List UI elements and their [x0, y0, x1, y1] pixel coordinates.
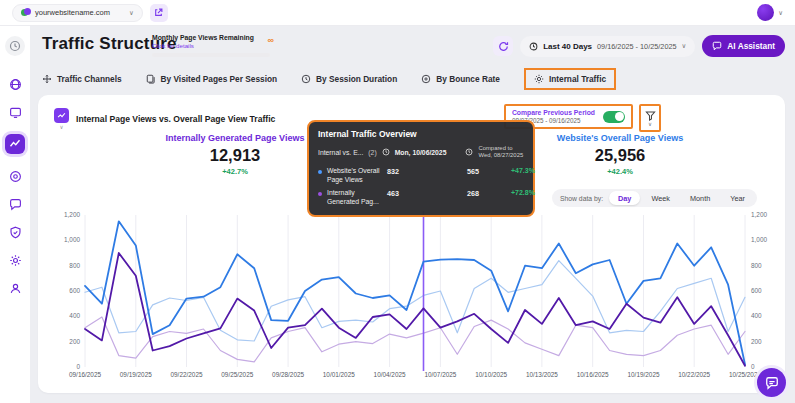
granularity-month[interactable]: Month — [681, 191, 719, 205]
x-tick-label: 10/13/2025 — [526, 371, 558, 378]
topbar: yourwebsitename.com ∨ ∨ — [0, 0, 795, 26]
tooltip-row: Website's Overall Page Views 832 565 +47… — [318, 167, 524, 185]
chart-tooltip: Internal Traffic Overview Internal vs. E… — [307, 120, 535, 217]
y-tick-label: 400 — [749, 312, 781, 319]
tooltip-header: Internal vs. E... (2) Mon, 10/06/2025 Co… — [318, 145, 524, 160]
card-title-row: ∨ Internal Page Views vs. Overall Page V… — [54, 108, 275, 130]
sidebar-item-traffic[interactable] — [5, 134, 25, 154]
user-menu[interactable]: ∨ — [757, 4, 783, 21]
y-tick-label: 1,200 — [42, 211, 80, 218]
sidebar-item-account[interactable] — [5, 278, 25, 298]
x-tick-label: 09/25/2025 — [221, 371, 253, 378]
tab-visited-pages-per-session[interactable]: By Visited Pages Per Session — [146, 74, 278, 84]
ai-assistant-button[interactable]: AI Assistant — [702, 35, 785, 57]
x-tick-label: 10/10/2025 — [475, 371, 507, 378]
support-chat-button[interactable] — [757, 368, 786, 397]
card-title: Internal Page Views vs. Overall Page Vie… — [76, 114, 275, 124]
chart-widget-icon[interactable] — [54, 108, 69, 123]
tooltip-row: Internally Generated Pag... 463 268 +72.… — [318, 189, 524, 207]
range-label: Last 40 Days — [543, 42, 592, 51]
target-icon — [421, 74, 431, 84]
tab-internal-traffic[interactable]: Internal Traffic — [524, 68, 616, 90]
clock-icon — [529, 42, 538, 51]
traffic-chart-svg — [85, 215, 745, 367]
tooltip-metric-name: Internal vs. E... — [318, 149, 363, 156]
sidebar-item-messages[interactable] — [5, 194, 25, 214]
x-tick-label: 10/01/2025 — [323, 371, 355, 378]
tooltip-title: Internal Traffic Overview — [318, 129, 524, 139]
move-arrows-icon — [42, 74, 52, 84]
sidebar-item-overview[interactable] — [5, 74, 25, 94]
tab-bounce-rate[interactable]: By Bounce Rate — [421, 74, 500, 84]
chat-icon — [9, 198, 22, 211]
sidebar-item-goals[interactable] — [5, 166, 25, 186]
tooltip-row-previous: 268 — [467, 189, 511, 198]
sidebar-item-pages[interactable] — [5, 102, 25, 122]
sun-icon — [534, 74, 544, 84]
tooltip-compared: Compared to Wed, 08/27/2025 — [478, 145, 523, 160]
tooltip-row-change: +47.3% — [511, 167, 535, 174]
tab-bar: Traffic Channels By Visited Pages Per Se… — [42, 68, 616, 90]
tooltip-compared-label: Compared to — [478, 145, 512, 151]
chat-icon — [765, 376, 779, 390]
granularity-year[interactable]: Year — [721, 191, 754, 205]
chart-card: ∨ Internal Page Views vs. Overall Page V… — [38, 95, 785, 393]
filter-button[interactable]: ∨ — [639, 104, 661, 132]
open-site-button[interactable] — [150, 4, 168, 22]
tooltip-row-current: 832 — [387, 167, 467, 176]
x-tick-label: 09/28/2025 — [272, 371, 304, 378]
avatar — [757, 4, 774, 21]
y-tick-label: 600 — [42, 287, 80, 294]
ai-assistant-label: AI Assistant — [727, 41, 775, 51]
sidebar — [0, 26, 30, 403]
tab-label: Internal Traffic — [549, 74, 606, 84]
granularity-day[interactable]: Day — [609, 191, 640, 205]
y-axis-left: 02004006008001,0001,200 — [42, 215, 80, 367]
tab-label: By Session Duration — [316, 74, 397, 84]
user-icon — [9, 282, 22, 295]
refresh-button[interactable] — [493, 36, 513, 56]
quota-label: Monthly Page Views Remaining — [152, 34, 270, 41]
metric-overall: Website's Overall Page Views 25,956 +42.… — [515, 133, 725, 176]
site-selector[interactable]: yourwebsitename.com ∨ — [12, 4, 143, 22]
x-axis: 09/16/202509/19/202509/22/202509/25/2025… — [85, 371, 745, 383]
y-tick-label: 200 — [42, 338, 80, 345]
tab-label: By Visited Pages Per Session — [161, 74, 278, 84]
tooltip-row-name: Internally Generated Pag... — [327, 189, 387, 207]
chevron-down-icon: ∨ — [59, 124, 63, 130]
tab-session-duration[interactable]: By Session Duration — [301, 74, 397, 84]
tooltip-row-previous: 565 — [467, 167, 511, 176]
shield-icon — [9, 226, 22, 239]
x-tick-label: 10/25/2025 — [729, 371, 761, 378]
chevron-down-icon: ∨ — [648, 121, 652, 127]
clock-icon — [9, 40, 21, 52]
tooltip-row-name: Website's Overall Page Views — [327, 167, 387, 185]
tab-traffic-channels[interactable]: Traffic Channels — [42, 74, 122, 84]
quota-details-link[interactable]: Click for details — [152, 42, 270, 49]
metric-overall-value: 25,956 — [515, 146, 725, 165]
infinity-icon: ∞ — [268, 36, 274, 45]
date-range-picker[interactable]: Last 40 Days 09/16/2025 - 10/25/2025 ∨ — [520, 36, 695, 57]
range-dates: 09/16/2025 - 10/25/2025 — [597, 42, 677, 51]
tooltip-compared-date: Wed, 08/27/2025 — [478, 152, 523, 158]
x-tick-label: 10/19/2025 — [628, 371, 660, 378]
chevron-down-icon: ∨ — [129, 9, 134, 17]
compare-toggle[interactable] — [603, 111, 625, 123]
sidebar-item-settings[interactable] — [5, 250, 25, 270]
tab-label: Traffic Channels — [57, 74, 122, 84]
y-tick-label: 1,000 — [42, 236, 80, 243]
sidebar-item-history[interactable] — [5, 36, 25, 56]
granularity-week[interactable]: Week — [642, 191, 679, 205]
chart-plot-area[interactable] — [85, 215, 745, 367]
tooltip-row-current: 463 — [387, 189, 467, 198]
chat-icon — [712, 41, 722, 51]
x-tick-label: 09/19/2025 — [120, 371, 152, 378]
y-tick-label: 1,200 — [749, 211, 781, 218]
traffic-chart-icon — [9, 138, 21, 150]
sidebar-item-security[interactable] — [5, 222, 25, 242]
tooltip-row-change: +72.8% — [511, 189, 535, 196]
x-tick-label: 09/22/2025 — [171, 371, 203, 378]
granularity-label: Show data by: — [560, 195, 603, 202]
monitor-icon — [9, 106, 22, 119]
radar-icon — [9, 170, 22, 183]
